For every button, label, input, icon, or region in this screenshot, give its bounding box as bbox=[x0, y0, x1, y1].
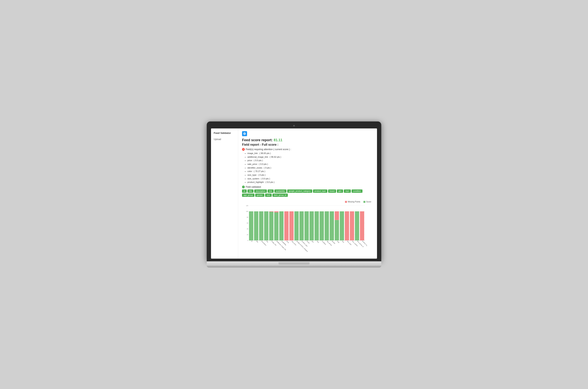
svg-text:mpn: mpn bbox=[317, 240, 319, 243]
laptop-container: Feed Validator Upload Feed score report:… bbox=[207, 122, 381, 267]
laptop-base bbox=[207, 261, 381, 266]
sidebar: Feed Validator Upload bbox=[211, 129, 238, 259]
bar-chart: 020406080100120idtitledescriptionlinkima… bbox=[242, 204, 367, 256]
legend-score-dot bbox=[364, 201, 365, 203]
settings-button[interactable] bbox=[242, 131, 247, 136]
svg-text:gtin: gtin bbox=[311, 240, 314, 243]
validated-tag: gender bbox=[255, 194, 264, 197]
svg-text:condition: condition bbox=[322, 240, 326, 245]
validated-tag: description bbox=[254, 190, 267, 193]
error-icon: ✕ bbox=[242, 148, 245, 151]
svg-text:size: size bbox=[342, 240, 344, 243]
validated-tag: link bbox=[268, 190, 274, 193]
chart-svg-wrap: 020406080100120idtitledescriptionlinkima… bbox=[242, 204, 373, 256]
svg-rect-47 bbox=[320, 211, 324, 240]
validated-tag: age_group bbox=[242, 194, 255, 197]
svg-rect-64 bbox=[355, 211, 359, 240]
svg-rect-23 bbox=[269, 212, 273, 240]
svg-text:image_link: image_link bbox=[271, 240, 277, 246]
attention-item: identifier_exists : ( 0 pts ) bbox=[248, 166, 373, 170]
svg-rect-39 bbox=[299, 211, 304, 240]
svg-text:age_group: age_group bbox=[327, 240, 332, 246]
svg-rect-15 bbox=[249, 211, 253, 240]
attention-header: ✕ Field(s) requiring attention ( current… bbox=[242, 148, 373, 151]
svg-text:link: link bbox=[266, 240, 269, 243]
svg-rect-27 bbox=[274, 211, 279, 212]
svg-text:40: 40 bbox=[247, 228, 248, 229]
svg-rect-45 bbox=[315, 211, 319, 240]
svg-rect-37 bbox=[294, 211, 299, 240]
chart-legend: Missing Points Score bbox=[242, 201, 371, 203]
svg-text:size_type: size_type bbox=[347, 240, 352, 246]
svg-rect-59 bbox=[345, 211, 349, 240]
validated-tag: availability bbox=[274, 190, 287, 193]
validated-tag: brand bbox=[328, 190, 336, 193]
svg-rect-51 bbox=[330, 211, 334, 240]
validated-tag: item_group_id bbox=[272, 194, 288, 197]
trackpad-notch bbox=[279, 262, 309, 265]
svg-rect-17 bbox=[254, 211, 258, 240]
svg-text:brand: brand bbox=[306, 240, 310, 244]
svg-rect-35 bbox=[289, 211, 294, 240]
svg-text:color: color bbox=[337, 240, 340, 244]
svg-rect-62 bbox=[350, 211, 354, 240]
svg-rect-32 bbox=[284, 211, 289, 240]
svg-rect-19 bbox=[259, 211, 263, 240]
attention-item: color : ( 70.27 pts ) bbox=[248, 169, 373, 173]
chart-container: Missing Points Score 020406080100120idti… bbox=[242, 199, 373, 256]
sidebar-title: Feed Validator bbox=[211, 131, 238, 137]
svg-text:title: title bbox=[256, 240, 258, 243]
validated-tag: google_product_category bbox=[287, 190, 312, 193]
svg-rect-53 bbox=[335, 220, 339, 240]
svg-text:gender: gender bbox=[332, 240, 336, 245]
svg-text:id: id bbox=[251, 240, 253, 242]
validated-tag: title bbox=[248, 190, 254, 193]
validated-header: ✓ Field validated: bbox=[242, 186, 373, 188]
validated-tag: condition bbox=[352, 190, 363, 193]
svg-rect-21 bbox=[264, 211, 268, 240]
svg-text:additional_image_link: additional_image_link bbox=[276, 240, 287, 251]
legend-missing: Missing Points bbox=[345, 201, 360, 203]
validated-tag: gtin bbox=[337, 190, 343, 193]
svg-text:sale_price: sale_price bbox=[291, 240, 297, 246]
svg-rect-41 bbox=[304, 211, 309, 240]
attention-item: size_type : ( 0 pts ) bbox=[248, 173, 373, 177]
legend-missing-dot bbox=[345, 201, 347, 203]
svg-rect-56 bbox=[340, 211, 344, 240]
svg-text:60: 60 bbox=[247, 222, 248, 224]
attention-item: price : ( 0.0 pts ) bbox=[248, 159, 373, 162]
attention-item: sale_price : ( 0.0 pts ) bbox=[248, 162, 373, 166]
main-content: Feed score report: 81.11 Field report - … bbox=[238, 129, 377, 259]
camera bbox=[293, 125, 295, 127]
legend-score: Score bbox=[364, 201, 371, 203]
attention-item: size_system : ( 0.0 pts ) bbox=[248, 177, 373, 181]
svg-text:product_highlight: product_highlight bbox=[362, 240, 367, 249]
attention-item: additional_image_link : ( 96.62 pts ) bbox=[248, 155, 373, 159]
svg-text:80: 80 bbox=[247, 217, 248, 218]
feed-score-value: 81.11 bbox=[274, 138, 282, 142]
validated-tag: product_type bbox=[313, 190, 327, 193]
svg-rect-67 bbox=[360, 211, 364, 240]
screen: Feed Validator Upload Feed score report:… bbox=[211, 129, 377, 259]
attention-item: product_highlight : ( 0.0 pts ) bbox=[248, 180, 373, 184]
tags-row: idtitledescriptionlinkavailabilitygoogle… bbox=[242, 190, 373, 197]
check-icon: ✓ bbox=[242, 186, 245, 188]
svg-text:google_product_category: google_product_category bbox=[296, 240, 308, 252]
svg-text:0: 0 bbox=[248, 240, 248, 241]
svg-rect-54 bbox=[335, 211, 339, 220]
feed-score-title: Feed score report: 81.11 bbox=[242, 138, 373, 142]
field-report-title: Field report - Full score : bbox=[242, 143, 373, 146]
attention-list: image_link : ( 98.65 pts )additional_ima… bbox=[242, 152, 373, 184]
svg-rect-26 bbox=[274, 212, 279, 240]
validated-tag: id bbox=[242, 190, 247, 193]
svg-text:120: 120 bbox=[246, 205, 248, 206]
sidebar-item-upload[interactable]: Upload bbox=[211, 137, 238, 142]
svg-rect-29 bbox=[279, 211, 284, 240]
gear-icon bbox=[243, 132, 246, 135]
svg-text:description: description bbox=[261, 240, 267, 246]
validated-tag: mpn bbox=[344, 190, 351, 193]
attention-item: image_link : ( 98.65 pts ) bbox=[248, 152, 373, 155]
svg-rect-43 bbox=[309, 211, 314, 240]
validated-tag: size bbox=[265, 194, 272, 197]
svg-text:price: price bbox=[286, 240, 289, 244]
